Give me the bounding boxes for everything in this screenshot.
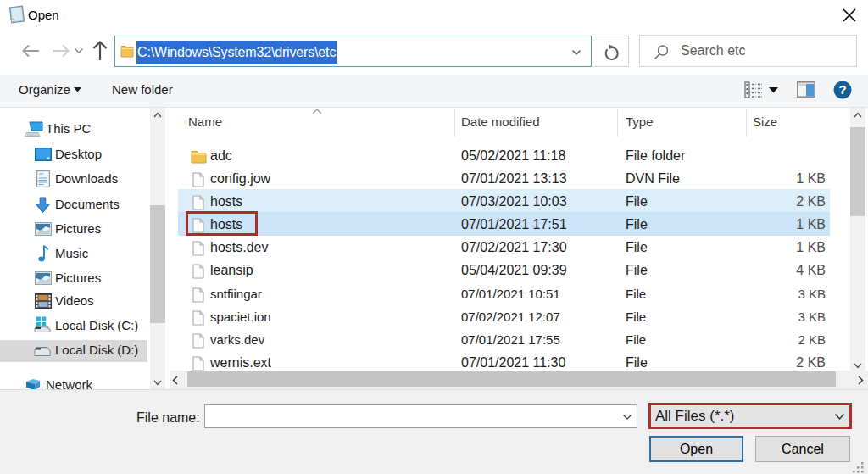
svg-text:?: ? [838,82,846,97]
